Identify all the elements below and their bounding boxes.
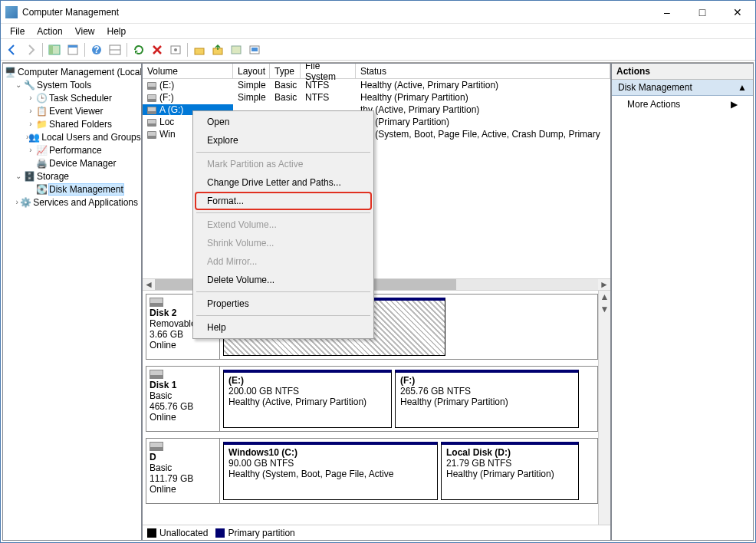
actions-more-label: More Actions bbox=[627, 99, 680, 110]
disk-icon bbox=[150, 298, 163, 307]
col-volume[interactable]: Volume bbox=[143, 64, 233, 78]
help-button[interactable]: ? bbox=[88, 41, 105, 58]
scroll-down-icon[interactable]: ▼ bbox=[599, 303, 610, 315]
svg-rect-14 bbox=[251, 48, 258, 51]
svg-rect-10 bbox=[195, 48, 204, 54]
view-button[interactable] bbox=[107, 41, 123, 58]
menu-separator bbox=[196, 315, 370, 316]
close-button[interactable]: ✕ bbox=[720, 1, 755, 24]
tree-event-viewer[interactable]: ›📋Event Viewer bbox=[3, 104, 141, 117]
collapse-icon[interactable]: ⌄ bbox=[14, 81, 23, 89]
volume-list-header: Volume Layout Type File System Status bbox=[143, 64, 610, 79]
computer-icon: 🖥️ bbox=[5, 66, 16, 78]
delete-button[interactable] bbox=[149, 41, 166, 58]
expand-icon[interactable]: › bbox=[26, 107, 35, 115]
toolbar-button[interactable] bbox=[246, 41, 263, 58]
collapse-icon: ▲ bbox=[738, 82, 747, 93]
toolbar-button[interactable] bbox=[209, 41, 226, 58]
back-button[interactable] bbox=[4, 41, 21, 58]
vertical-scrollbar[interactable]: ▲ ▼ bbox=[598, 291, 610, 525]
tree-system-tools[interactable]: ⌄🔧System Tools bbox=[3, 78, 141, 91]
context-menu: Open Explore Mark Partition as Active Ch… bbox=[192, 110, 374, 339]
tree-storage[interactable]: ⌄🗄️Storage bbox=[3, 169, 141, 183]
legend-unallocated: Unallocated bbox=[159, 528, 208, 538]
svg-rect-12 bbox=[232, 46, 241, 54]
col-type[interactable]: Type bbox=[270, 64, 301, 78]
collapse-icon[interactable]: ⌄ bbox=[14, 172, 23, 180]
volume-row[interactable]: (F:)SimpleBasicNTFSHealthy (Primary Part… bbox=[143, 91, 610, 104]
ctx-open[interactable]: Open bbox=[195, 113, 372, 131]
expand-icon[interactable]: › bbox=[26, 94, 35, 102]
ctx-explore[interactable]: Explore bbox=[195, 131, 372, 150]
menu-separator bbox=[196, 291, 370, 292]
svg-rect-1 bbox=[49, 45, 53, 54]
tree-services[interactable]: ›⚙️Services and Applications bbox=[3, 196, 141, 209]
col-status[interactable]: Status bbox=[356, 64, 610, 78]
disk-icon bbox=[150, 370, 163, 379]
settings-button[interactable] bbox=[167, 41, 184, 58]
menu-action[interactable]: Action bbox=[31, 25, 68, 38]
tree-performance[interactable]: ›📈Performance bbox=[3, 143, 141, 156]
submenu-arrow-icon: ▶ bbox=[731, 99, 738, 110]
ctx-properties[interactable]: Properties bbox=[195, 295, 372, 313]
refresh-button[interactable] bbox=[130, 41, 147, 58]
toolbar-separator bbox=[42, 43, 43, 57]
expand-icon[interactable]: › bbox=[26, 120, 35, 128]
partition[interactable]: Windows10 (C:)90.00 GB NTFSHealthy (Syst… bbox=[223, 442, 438, 500]
properties-button[interactable] bbox=[64, 41, 81, 58]
disk-info: Disk 1Basic465.76 GBOnline bbox=[146, 367, 220, 431]
minimize-button[interactable]: – bbox=[649, 1, 685, 24]
ctx-help[interactable]: Help bbox=[195, 318, 372, 337]
partition[interactable]: (F:)265.76 GB NTFSHealthy (Primary Parti… bbox=[395, 370, 579, 428]
svg-rect-3 bbox=[68, 45, 77, 48]
disk-info: DBasic111.79 GBOnline bbox=[146, 439, 220, 503]
disk-block: Disk 1Basic465.76 GBOnline (E:)200.00 GB… bbox=[146, 366, 598, 432]
actions-header: Actions bbox=[612, 64, 753, 80]
tree-local-users[interactable]: ›👥Local Users and Groups bbox=[3, 130, 141, 143]
toolbar-button[interactable] bbox=[228, 41, 245, 58]
tree-task-scheduler[interactable]: ›🕒Task Scheduler bbox=[3, 91, 141, 104]
scroll-right-icon[interactable]: ► bbox=[598, 279, 610, 290]
menu-file[interactable]: File bbox=[4, 25, 31, 38]
tools-icon: 🔧 bbox=[23, 79, 35, 91]
svg-point-9 bbox=[174, 48, 177, 51]
toolbar-button[interactable] bbox=[191, 41, 208, 58]
menu-separator bbox=[196, 152, 370, 153]
tree-disk-management[interactable]: 💽Disk Management bbox=[3, 183, 141, 196]
ctx-format[interactable]: Format... bbox=[195, 192, 372, 210]
tree-root[interactable]: 🖥️Computer Management (Local bbox=[3, 65, 141, 78]
folder-icon: 📁 bbox=[35, 118, 48, 130]
partition[interactable]: (E:)200.00 GB NTFSHealthy (Active, Prima… bbox=[223, 370, 392, 428]
partition[interactable]: Local Disk (D:)21.79 GB NTFSHealthy (Pri… bbox=[441, 442, 579, 500]
actions-group[interactable]: Disk Management ▲ bbox=[612, 80, 753, 96]
ctx-mark-active: Mark Partition as Active bbox=[195, 155, 372, 173]
legend-bar: Unallocated Primary partition bbox=[143, 525, 610, 540]
show-hide-tree-button[interactable] bbox=[46, 41, 63, 58]
volume-row[interactable]: (E:)SimpleBasicNTFSHealthy (Active, Prim… bbox=[143, 79, 610, 91]
scroll-left-icon[interactable]: ◄ bbox=[143, 279, 155, 290]
users-icon: 👥 bbox=[28, 131, 40, 143]
tree-shared-folders[interactable]: ›📁Shared Folders bbox=[3, 117, 141, 130]
maximize-button[interactable]: □ bbox=[685, 1, 720, 24]
drive-icon bbox=[147, 94, 156, 102]
menu-help[interactable]: Help bbox=[101, 25, 133, 38]
primary-swatch bbox=[215, 528, 225, 538]
legend-primary: Primary partition bbox=[228, 528, 294, 538]
scroll-up-icon[interactable]: ▲ bbox=[599, 291, 610, 303]
ctx-mirror: Add Mirror... bbox=[195, 252, 372, 271]
col-filesystem[interactable]: File System bbox=[301, 64, 356, 78]
unallocated-swatch bbox=[147, 528, 156, 538]
expand-icon[interactable]: › bbox=[26, 146, 35, 154]
col-layout[interactable]: Layout bbox=[233, 64, 270, 78]
ctx-change-letter[interactable]: Change Drive Letter and Paths... bbox=[195, 173, 372, 192]
actions-more[interactable]: More Actions ▶ bbox=[612, 96, 753, 113]
expand-icon[interactable]: › bbox=[14, 198, 20, 206]
ctx-delete[interactable]: Delete Volume... bbox=[195, 271, 372, 289]
menu-view[interactable]: View bbox=[69, 25, 101, 38]
tree-device-manager[interactable]: 🖨️Device Manager bbox=[3, 156, 141, 169]
navigation-tree: 🖥️Computer Management (Local ⌄🔧System To… bbox=[2, 63, 142, 541]
forward-button[interactable] bbox=[22, 41, 39, 58]
toolbar-separator bbox=[127, 43, 127, 57]
drive-icon bbox=[147, 131, 156, 139]
actions-pane: Actions Disk Management ▲ More Actions ▶ bbox=[611, 63, 754, 541]
